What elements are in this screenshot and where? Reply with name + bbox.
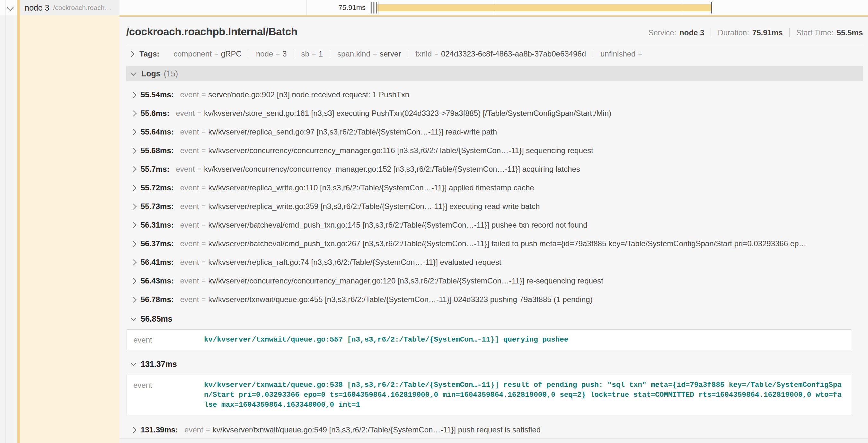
span-detail-meta: Service: node 3 Duration: 75.91ms Start … <box>648 28 863 37</box>
log-row[interactable]: 55.54ms: event = server/node.go:902 [n3]… <box>126 86 863 104</box>
chevron-right-icon <box>130 148 136 154</box>
log-row[interactable]: 56.43ms: event = kv/kvserver/concurrency… <box>126 272 863 290</box>
logs-toggle-bar[interactable]: Logs (15) <box>126 66 863 81</box>
log-row[interactable]: 55.68ms: event = kv/kvserver/concurrency… <box>126 141 863 160</box>
log-row[interactable]: 55.64ms: event = kv/kvserver/replica_sen… <box>126 123 863 141</box>
start-time-label: Start Time: <box>796 28 834 37</box>
log-row[interactable]: 56.41ms: event = kv/kvserver/replica_raf… <box>126 253 863 272</box>
tags-label: Tags: <box>140 49 159 59</box>
log-tick-mark-end <box>711 2 712 13</box>
tag-item: span.kind = server <box>330 49 408 59</box>
chevron-right-icon <box>130 260 136 265</box>
log-row[interactable]: 55.73ms: event = kv/kvserver/replica_wri… <box>126 197 863 216</box>
log-field-key: event <box>133 380 204 410</box>
log-tick-mark <box>373 2 374 13</box>
tree-column-divider <box>15 0 15 443</box>
chevron-down-icon[interactable] <box>7 4 13 11</box>
chevron-right-icon <box>130 185 136 191</box>
duration-value: 75.91ms <box>752 28 783 37</box>
span-detail-panel: /cockroach.roachpb.Internal/Batch Servic… <box>120 15 868 439</box>
tag-item: unfinished = <box>593 49 652 59</box>
span-bar[interactable] <box>377 4 712 11</box>
timeline-header-row: node 3 /cockroach.roach… 75.91ms <box>0 0 868 15</box>
tree-column-divider <box>5 0 5 443</box>
chevron-right-icon <box>130 222 136 228</box>
tag-item: node = 3 <box>249 49 294 59</box>
tag-item: sb = 1 <box>293 49 330 59</box>
span-duration-label: 75.91ms <box>339 0 366 15</box>
span-color-bar <box>17 15 20 443</box>
tag-item: component = gRPC <box>166 49 249 59</box>
chevron-right-icon <box>130 427 136 433</box>
log-group-header-expanded[interactable]: 56.85ms <box>126 311 863 326</box>
chevron-right-icon <box>130 241 136 246</box>
chevron-right-icon <box>130 204 136 209</box>
log-row[interactable]: 131.39ms: event = kv/kvserver/txnwait/qu… <box>126 420 863 439</box>
logs-label: Logs <box>141 69 161 78</box>
log-row[interactable]: 55.72ms: event = kv/kvserver/replica_wri… <box>126 178 863 197</box>
span-color-accent <box>17 0 20 15</box>
chevron-right-icon <box>130 129 136 135</box>
chevron-right-icon <box>130 166 136 172</box>
log-tick-mark <box>370 2 370 13</box>
trace-timeline-view: node 3 /cockroach.roach… 75.91ms /cockro… <box>0 0 868 443</box>
log-tick-mark <box>375 2 375 13</box>
service-label: Service: <box>648 28 676 37</box>
timeline-gridline <box>120 0 120 15</box>
log-tick-mark <box>376 2 377 13</box>
service-value: node 3 <box>679 28 704 37</box>
span-detail-title: /cockroach.roachpb.Internal/Batch <box>126 26 298 38</box>
tag-item: txnid = 024d3323-6c8f-4863-aa8b-37ab0e63… <box>408 49 593 59</box>
chevron-right-icon <box>130 92 136 98</box>
span-service-name: node 3 <box>25 3 49 12</box>
span-operation-name: /cockroach.roach… <box>53 4 111 11</box>
log-rows-list: 55.54ms: event = server/node.go:902 [n3]… <box>126 86 863 439</box>
logs-count: (15) <box>164 69 178 78</box>
log-group-header-expanded[interactable]: 131.37ms <box>126 356 863 371</box>
log-row[interactable]: 56.78ms: event = kv/kvserver/txnwait/que… <box>126 290 863 309</box>
chevron-down-icon <box>130 360 136 366</box>
log-row[interactable]: 55.6ms: event = kv/kvserver/store_send.g… <box>126 104 863 123</box>
log-tick-mark <box>371 2 372 13</box>
span-detail-header: /cockroach.roachpb.Internal/Batch Servic… <box>126 17 863 38</box>
meta-divider <box>789 28 790 37</box>
chevron-right-icon <box>130 110 136 116</box>
chevron-down-icon <box>130 70 136 75</box>
log-tick-mark <box>378 2 378 13</box>
log-detail-card: event kv/kvserver/txnwait/queue.go:538 [… <box>127 375 851 415</box>
log-row[interactable]: 56.37ms: event = kv/kvserver/batcheval/c… <box>126 234 863 253</box>
chevron-down-icon <box>130 315 136 321</box>
duration-label: Duration: <box>718 28 749 37</box>
chevron-right-icon <box>130 297 136 302</box>
start-time-value: 55.5ms <box>837 28 863 37</box>
meta-divider <box>711 28 711 37</box>
log-row[interactable]: 56.31ms: event = kv/kvserver/batcheval/c… <box>126 216 863 234</box>
span-name-cell[interactable]: node 3 /cockroach.roach… <box>17 0 120 15</box>
log-row[interactable]: 55.7ms: event = kv/kvserver/concurrency/… <box>126 160 863 178</box>
log-field-key: event <box>133 335 204 345</box>
span-children-column[interactable] <box>20 15 120 443</box>
log-field-value: kv/kvserver/txnwait/queue.go:557 [n3,s3,… <box>204 335 568 345</box>
log-field-value: kv/kvserver/txnwait/queue.go:538 [n3,s3,… <box>204 380 844 410</box>
chevron-right-icon <box>128 51 134 57</box>
log-detail-card: event kv/kvserver/txnwait/queue.go:557 [… <box>127 329 851 350</box>
tags-toggle-row[interactable]: Tags: component = gRPC node = 3 sb = 1 <box>126 44 863 62</box>
chevron-right-icon <box>130 278 136 284</box>
